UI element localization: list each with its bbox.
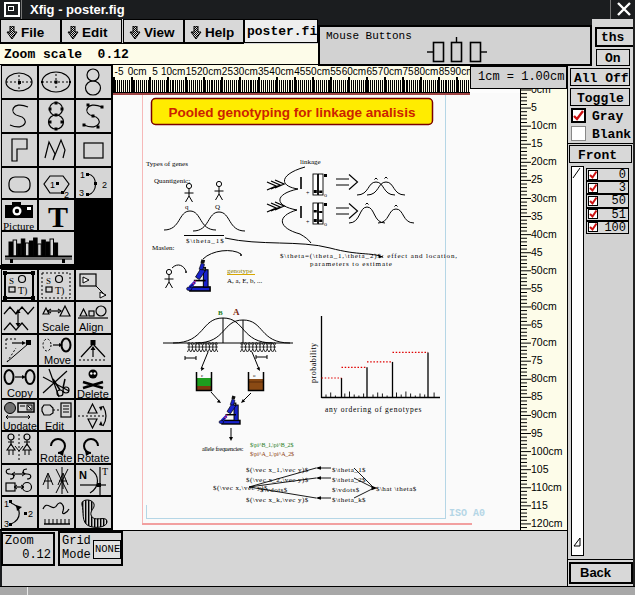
svg-text:Move: Move: [44, 354, 71, 366]
svg-text:Copy: Copy: [7, 387, 33, 399]
svg-text:$\hat \theta$: $\hat \theta$: [376, 485, 417, 493]
svg-text:$(\vec x_2,\vec y)$: $(\vec x_2,\vec y)$: [246, 476, 309, 484]
svg-text:$(\vec x_k,\vec y)$: $(\vec x_k,\vec y)$: [246, 496, 309, 504]
svg-text:B: B: [218, 309, 223, 317]
svg-text:Maslen:: Maslen:: [152, 244, 175, 252]
svg-text:$\vdots$: $\vdots$: [332, 486, 360, 494]
svg-text:Scale: Scale: [42, 321, 70, 333]
svg-text:$\theta=(\theta_1,\theta_2)$:: $\theta=(\theta_1,\theta_2)$: effect and…: [280, 252, 458, 260]
svg-text:o: o: [253, 373, 256, 378]
svg-text:3: 3: [4, 519, 9, 529]
svg-text:N: N: [79, 469, 87, 481]
svg-text:genotype: genotype: [227, 267, 253, 275]
svg-text:$\pi^A_1,\pi^A_2$: $\pi^A_1,\pi^A_2$: [250, 451, 294, 457]
svg-text:probability: probability: [309, 342, 318, 383]
svg-text:allele frequencies:: allele frequencies:: [202, 445, 244, 452]
svg-text:o: o: [324, 221, 327, 227]
svg-text:S: S: [46, 276, 51, 286]
svg-text:parameters to estimate: parameters to estimate: [310, 260, 393, 268]
svg-text:c: c: [201, 373, 204, 378]
svg-text:+: +: [306, 219, 310, 225]
svg-text:T): T): [55, 285, 64, 297]
svg-text:1: 1: [4, 499, 9, 509]
svg-text:T): T): [18, 285, 27, 297]
svg-text:3: 3: [79, 188, 84, 198]
svg-text:$\theta_1$: $\theta_1$: [332, 466, 366, 474]
svg-text:Align: Align: [79, 321, 103, 333]
svg-text:2: 2: [28, 509, 33, 519]
svg-text:2: 2: [102, 180, 107, 190]
svg-text:Pooled genotyping for linkage: Pooled genotyping for linkage analisis: [169, 105, 416, 120]
svg-text:$\theta_1$: $\theta_1$: [186, 237, 225, 245]
svg-text:Delete: Delete: [77, 388, 109, 399]
svg-text:$\theta_2$: $\theta_2$: [332, 476, 366, 484]
svg-text:Quantigenic:: Quantigenic:: [154, 177, 190, 185]
svg-text:q: q: [185, 203, 189, 211]
svg-text:Rotate: Rotate: [40, 452, 72, 464]
svg-text:1: 1: [80, 170, 85, 180]
svg-text:T: T: [48, 200, 68, 232]
svg-text:any ordering of genotypes: any ordering of genotypes: [325, 405, 422, 414]
svg-text:A: A: [233, 307, 240, 317]
svg-text:A, a, E, b, ...: A, a, E, b, ...: [227, 277, 262, 285]
svg-text:linkage: linkage: [300, 158, 321, 166]
svg-text:Rotate: Rotate: [77, 452, 109, 464]
svg-text:$\pi^B_1,\pi^B_2$: $\pi^B_1,\pi^B_2$: [250, 442, 293, 448]
svg-text:1: 1: [50, 180, 55, 190]
svg-text:$\theta_k$: $\theta_k$: [332, 496, 366, 504]
svg-text:S: S: [9, 276, 14, 286]
svg-text:Q: Q: [215, 203, 220, 211]
svg-text:o: o: [324, 192, 327, 198]
svg-text:T: T: [102, 466, 108, 477]
svg-text:Types of genes: Types of genes: [146, 160, 188, 168]
svg-text:+: +: [306, 190, 310, 196]
